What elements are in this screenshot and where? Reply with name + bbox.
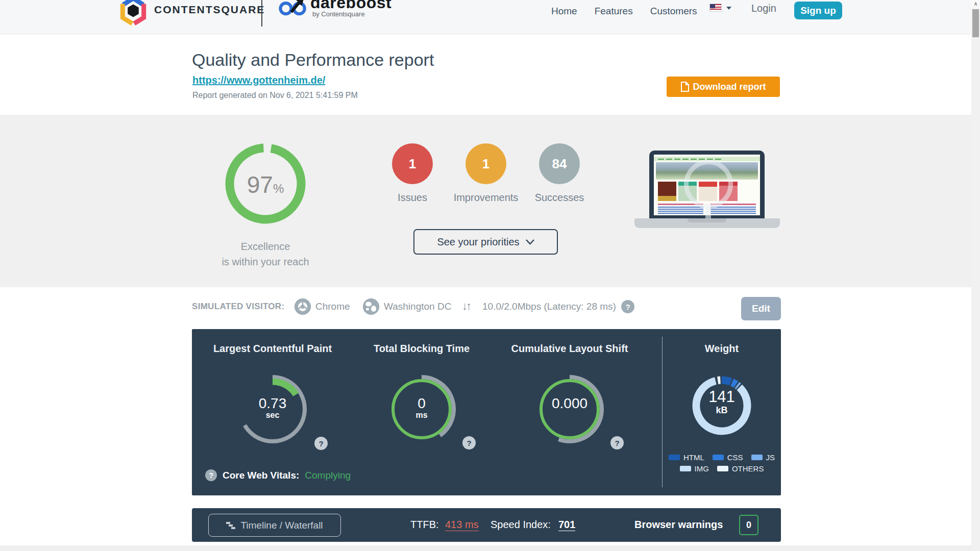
report-toolbar: Timeline / Waterfall TTFB: 413 ms Speed …: [192, 508, 781, 542]
visitor-browser: Chrome: [315, 301, 350, 312]
legend-img: IMG: [680, 464, 709, 473]
speed-index-label: Speed Index:: [491, 519, 551, 531]
lcp-help-icon[interactable]: ?: [314, 437, 328, 450]
cwv-label: Core Web Vitals:: [223, 470, 299, 481]
improvements-label: Improvements: [445, 192, 527, 204]
core-web-vitals-row: ? Core Web Vitals: Complying: [205, 469, 351, 481]
improvements-counter: 1 Improvements: [445, 143, 527, 204]
cls-help-icon[interactable]: ?: [610, 436, 624, 449]
scrollbar-up-icon[interactable]: ∧: [971, 0, 980, 9]
cls-value: 0.000: [531, 395, 608, 411]
scrollbar[interactable]: ∧: [971, 0, 980, 551]
timeline-waterfall-label: Timeline / Waterfall: [240, 520, 323, 531]
chrome-icon: [295, 298, 311, 315]
report-url-link[interactable]: https://www.gottenheim.de/: [192, 74, 325, 86]
report-generated-text: Report generated on Nov 6, 2021 5:41:59 …: [192, 91, 358, 100]
browser-warnings-label: Browser warnings: [634, 519, 723, 531]
language-flag-icon[interactable]: [709, 4, 722, 12]
chevron-down-icon: [526, 239, 534, 245]
visitor-location: Washington DC: [384, 301, 451, 312]
weight-legend: HTML CSS JS IMG OTHERS: [666, 453, 778, 473]
waterfall-icon: [226, 521, 235, 530]
bandwidth-arrows-icon: ↓↑: [462, 299, 470, 313]
globe-icon: [363, 298, 379, 315]
cwv-status: Complying: [305, 470, 351, 481]
ttfb-label: TTFB:: [410, 519, 439, 531]
improvements-count: 1: [465, 143, 506, 184]
contentsquare-logo-icon: [119, 0, 147, 26]
panel-divider: [662, 337, 663, 487]
tbt-title: Total Blocking Time: [345, 343, 498, 355]
ttfb-value[interactable]: 413 ms: [445, 519, 479, 531]
nav-customers[interactable]: Customers: [650, 6, 697, 17]
scrollbar-thumb[interactable]: [972, 9, 979, 37]
next-section-strip: [0, 545, 971, 551]
issues-label: Issues: [372, 192, 453, 204]
tbt-value: 0 ms: [383, 395, 460, 420]
speed-index-value[interactable]: 701: [558, 519, 575, 531]
css-swatch: [713, 455, 724, 460]
dareboost-report-page: CONTENTSQUARE dareboost by Contentsquare…: [0, 0, 980, 551]
img-swatch: [680, 466, 691, 471]
dareboost-logo-icon: [279, 0, 307, 18]
issues-count: 1: [392, 143, 433, 184]
pdf-icon: [681, 82, 689, 92]
simulated-visitor-label: SIMULATED VISITOR:: [192, 302, 284, 312]
main-nav: Home Features Customers: [551, 0, 697, 22]
others-swatch: [717, 466, 728, 471]
cls-title: Cumulative Layout Shift: [493, 343, 646, 355]
visitor-help-icon[interactable]: ?: [621, 300, 634, 313]
dareboost-byline: by Contentsquare: [312, 10, 365, 18]
legend-css: CSS: [713, 453, 743, 462]
tbt-help-icon[interactable]: ?: [462, 436, 476, 449]
summary-section: 97% Excellence is within your reach 1 Is…: [0, 115, 971, 287]
html-swatch: [669, 455, 680, 460]
lcp-title: Largest Contentful Paint: [196, 343, 349, 355]
contentsquare-wordmark: CONTENTSQUARE: [154, 4, 265, 16]
weight-value: 141 kB: [689, 388, 755, 416]
legend-others: OTHERS: [717, 464, 764, 473]
score-caption: Excellence is within your reach: [184, 239, 347, 269]
browser-warnings-badge[interactable]: 0: [739, 515, 758, 535]
cwv-help-icon[interactable]: ?: [205, 469, 217, 481]
legend-js: JS: [751, 453, 775, 462]
header: CONTENTSQUARE dareboost by Contentsquare…: [0, 0, 971, 34]
nav-features[interactable]: Features: [595, 6, 633, 17]
lcp-value: 0.73 sec: [234, 395, 311, 420]
js-swatch: [751, 455, 763, 460]
nav-home[interactable]: Home: [551, 6, 577, 17]
visitor-bandwidth: 10.0/2.0Mbps (Latency: 28 ms): [482, 301, 616, 312]
laptop-notch: [688, 218, 726, 222]
weight-title: Weight: [645, 343, 798, 355]
magnifier-icon: [684, 160, 733, 209]
issues-counter: 1 Issues: [372, 143, 453, 204]
language-caret-icon[interactable]: [726, 7, 731, 10]
successes-label: Successes: [519, 192, 600, 204]
successes-count: 84: [539, 143, 580, 184]
legend-html: HTML: [669, 453, 704, 462]
successes-counter: 84 Successes: [519, 143, 600, 204]
timeline-waterfall-button[interactable]: Timeline / Waterfall: [208, 514, 341, 537]
download-report-label: Download report: [693, 82, 766, 92]
page-title: Quality and Performance report: [192, 50, 434, 70]
simulated-visitor-bar: SIMULATED VISITOR: Chrome Washington DC …: [0, 287, 971, 329]
see-priorities-label: See your priorities: [437, 236, 519, 248]
edit-visitor-button[interactable]: Edit: [741, 297, 781, 320]
score-value: 97%: [225, 171, 306, 198]
see-priorities-button[interactable]: See your priorities: [413, 229, 558, 255]
header-divider: [261, 0, 262, 27]
login-link[interactable]: Login: [751, 3, 776, 14]
signup-button[interactable]: Sign up: [794, 2, 842, 19]
web-vitals-panel: Largest Contentful Paint Total Blocking …: [192, 329, 781, 495]
download-report-button[interactable]: Download report: [667, 77, 780, 97]
